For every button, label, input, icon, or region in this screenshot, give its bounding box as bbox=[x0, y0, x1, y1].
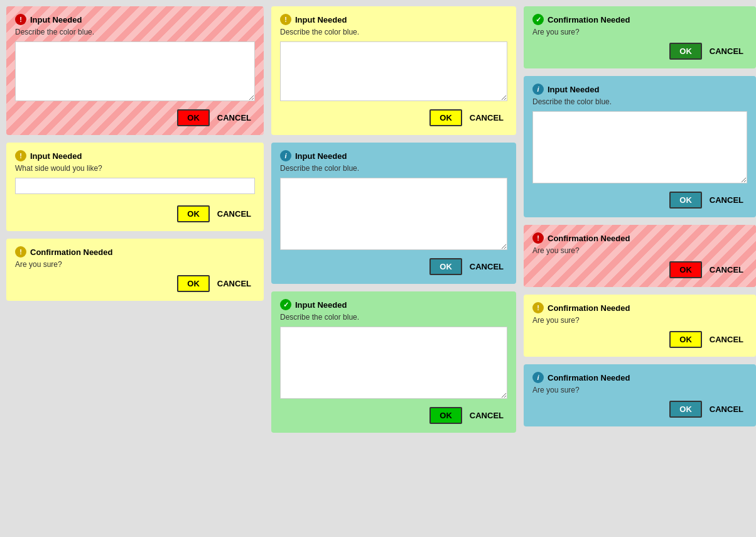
dialog-subtitle: Describe the color blue. bbox=[532, 97, 747, 106]
page-container: ! Input Needed Describe the color blue. … bbox=[0, 0, 756, 439]
dialog-buttons: OK CANCEL bbox=[15, 205, 255, 222]
ok-button[interactable]: OK bbox=[429, 258, 462, 275]
cancel-button[interactable]: CANCEL bbox=[466, 408, 507, 423]
dialog-subtitle: Are you sure? bbox=[532, 246, 747, 255]
dialog-header: ! Confirmation Needed bbox=[15, 246, 255, 258]
dialog-teal-input-textarea-2: i Input Needed Describe the color blue. … bbox=[524, 76, 756, 217]
cancel-button[interactable]: CANCEL bbox=[213, 207, 255, 221]
input-textarea[interactable] bbox=[280, 178, 507, 250]
ok-button[interactable]: OK bbox=[177, 109, 210, 126]
input-textarea[interactable] bbox=[280, 41, 507, 101]
ok-button[interactable]: OK bbox=[429, 407, 462, 424]
info-teal-icon: i bbox=[532, 84, 544, 95]
input-textarea[interactable] bbox=[280, 327, 507, 399]
cancel-button[interactable]: CANCEL bbox=[213, 276, 255, 291]
ok-button[interactable]: OK bbox=[669, 192, 702, 209]
ok-button[interactable]: OK bbox=[177, 275, 210, 292]
cancel-button[interactable]: CANCEL bbox=[706, 263, 747, 277]
dialog-subtitle: Describe the color blue. bbox=[280, 313, 507, 322]
dialog-red-confirm: ! Confirmation Needed Are you sure? OK C… bbox=[524, 225, 756, 287]
dialog-header: ! Input Needed bbox=[15, 14, 255, 25]
dialog-header: ! Confirmation Needed bbox=[532, 232, 747, 244]
input-textarea[interactable] bbox=[15, 41, 255, 101]
dialog-title: Input Needed bbox=[295, 151, 347, 161]
dialog-header: ✓ Confirmation Needed bbox=[532, 14, 747, 25]
dialog-title: Confirmation Needed bbox=[30, 247, 112, 257]
ok-button[interactable]: OK bbox=[669, 401, 702, 418]
dialog-header: i Input Needed bbox=[280, 150, 507, 161]
dialog-subtitle: Describe the color blue. bbox=[280, 28, 507, 36]
cancel-button[interactable]: CANCEL bbox=[213, 111, 255, 125]
dialog-yellow-confirm-2: ! Confirmation Needed Are you sure? OK C… bbox=[524, 295, 756, 357]
dialog-subtitle: Are you sure? bbox=[532, 386, 747, 394]
dialog-title: Input Needed bbox=[30, 151, 82, 161]
dialog-header: ✓ Input Needed bbox=[280, 299, 507, 310]
exclaim-yellow-icon: ! bbox=[15, 246, 26, 258]
exclaim-red-icon: ! bbox=[532, 232, 544, 244]
info-teal-icon: i bbox=[280, 150, 291, 161]
text-input[interactable] bbox=[15, 178, 255, 194]
dialog-title: Confirmation Needed bbox=[548, 373, 630, 382]
dialog-title: Input Needed bbox=[295, 300, 347, 310]
dialog-title: Confirmation Needed bbox=[548, 303, 630, 313]
dialog-buttons: OK CANCEL bbox=[532, 43, 747, 60]
ok-button[interactable]: OK bbox=[177, 205, 210, 222]
column-2: ! Input Needed Describe the color blue. … bbox=[271, 6, 516, 433]
dialog-header: ! Confirmation Needed bbox=[532, 302, 747, 313]
dialog-yellow-input-text: ! Input Needed What side would you like?… bbox=[6, 143, 264, 231]
dialog-subtitle: Are you sure? bbox=[532, 316, 747, 325]
dialog-buttons: OK CANCEL bbox=[280, 258, 507, 275]
dialog-header: i Input Needed bbox=[532, 84, 747, 95]
ok-button[interactable]: OK bbox=[669, 331, 702, 348]
ok-button[interactable]: OK bbox=[429, 109, 462, 126]
dialog-title: Input Needed bbox=[548, 85, 599, 94]
cancel-button[interactable]: CANCEL bbox=[706, 332, 747, 347]
dialog-yellow-input-textarea: ! Input Needed Describe the color blue. … bbox=[271, 6, 516, 135]
dialog-header: ! Input Needed bbox=[280, 14, 507, 25]
column-1: ! Input Needed Describe the color blue. … bbox=[6, 6, 264, 433]
dialog-red-input-textarea: ! Input Needed Describe the color blue. … bbox=[6, 6, 264, 135]
cancel-button[interactable]: CANCEL bbox=[706, 193, 747, 207]
column-3: ✓ Confirmation Needed Are you sure? OK C… bbox=[524, 6, 756, 433]
dialog-title: Input Needed bbox=[30, 15, 82, 24]
dialog-subtitle: Describe the color blue. bbox=[280, 164, 507, 173]
dialog-yellow-confirm: ! Confirmation Needed Are you sure? OK C… bbox=[6, 239, 264, 301]
dialog-green-input-textarea: ✓ Input Needed Describe the color blue. … bbox=[271, 291, 516, 433]
dialog-title: Confirmation Needed bbox=[548, 15, 630, 24]
dialog-buttons: OK CANCEL bbox=[280, 407, 507, 424]
ok-button[interactable]: OK bbox=[669, 261, 702, 278]
dialog-header: ! Input Needed bbox=[15, 150, 255, 161]
dialog-teal-input-textarea: i Input Needed Describe the color blue. … bbox=[271, 143, 516, 284]
input-textarea[interactable] bbox=[532, 111, 747, 183]
dialog-buttons: OK CANCEL bbox=[532, 192, 747, 209]
exclaim-red-icon: ! bbox=[15, 14, 26, 25]
dialog-subtitle: Describe the color blue. bbox=[15, 28, 255, 36]
dialog-teal-confirm: i Confirmation Needed Are you sure? OK C… bbox=[524, 364, 756, 426]
dialog-buttons: OK CANCEL bbox=[532, 331, 747, 348]
dialog-subtitle: Are you sure? bbox=[532, 28, 747, 36]
dialog-subtitle: What side would you like? bbox=[15, 164, 255, 173]
dialog-title: Input Needed bbox=[295, 15, 347, 24]
dialog-buttons: OK CANCEL bbox=[280, 109, 507, 126]
ok-button[interactable]: OK bbox=[669, 43, 702, 60]
cancel-button[interactable]: CANCEL bbox=[706, 402, 747, 416]
exclaim-yellow-icon: ! bbox=[532, 302, 544, 313]
dialog-header: i Confirmation Needed bbox=[532, 372, 747, 383]
cancel-button[interactable]: CANCEL bbox=[466, 259, 507, 274]
check-green-icon: ✓ bbox=[280, 299, 291, 310]
check-green-icon: ✓ bbox=[532, 14, 544, 25]
dialog-buttons: OK CANCEL bbox=[15, 275, 255, 292]
exclaim-yellow-icon: ! bbox=[15, 150, 26, 161]
dialog-green-confirm: ✓ Confirmation Needed Are you sure? OK C… bbox=[524, 6, 756, 68]
exclaim-yellow-icon: ! bbox=[280, 14, 291, 25]
dialog-title: Confirmation Needed bbox=[548, 234, 630, 243]
dialog-subtitle: Are you sure? bbox=[15, 260, 255, 269]
dialog-buttons: OK CANCEL bbox=[532, 401, 747, 418]
cancel-button[interactable]: CANCEL bbox=[466, 111, 507, 125]
cancel-button[interactable]: CANCEL bbox=[706, 44, 747, 58]
info-teal-icon: i bbox=[532, 372, 544, 383]
dialog-buttons: OK CANCEL bbox=[532, 261, 747, 278]
dialog-buttons: OK CANCEL bbox=[15, 109, 255, 126]
